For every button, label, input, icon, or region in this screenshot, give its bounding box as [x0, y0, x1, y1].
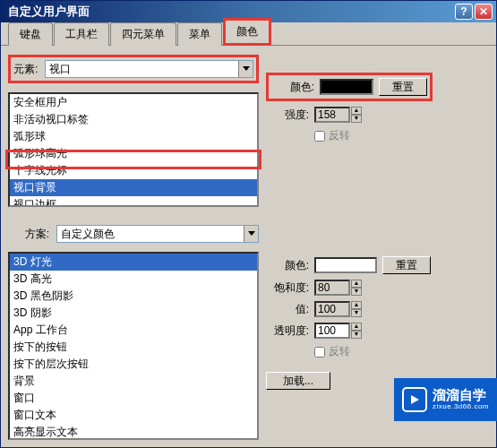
- brand-watermark: 溜溜自学 zixue.3d66.com: [394, 378, 497, 421]
- list-item[interactable]: 3D 阴影: [10, 305, 257, 322]
- element-combo-dropdown[interactable]: [238, 61, 253, 77]
- list-item[interactable]: 高亮显示文本: [10, 424, 257, 440]
- saturation-input[interactable]: [314, 280, 350, 296]
- scheme-combo[interactable]: [56, 225, 259, 243]
- svg-marker-1: [248, 231, 255, 236]
- list-item[interactable]: 窗口文本: [10, 407, 257, 424]
- list-item[interactable]: 窗口: [10, 390, 257, 407]
- invert-checkbox-2[interactable]: 反转: [314, 344, 350, 359]
- titlebar-buttons: ? ✕: [455, 4, 493, 20]
- transparency-row: 透明度: ▲ ▼: [266, 323, 489, 339]
- spin-down[interactable]: ▼: [351, 309, 362, 317]
- scheme-combo-input[interactable]: [57, 228, 244, 240]
- help-button[interactable]: ?: [455, 4, 473, 20]
- value-input[interactable]: [314, 301, 350, 317]
- list-item[interactable]: 安全框用户: [10, 94, 257, 111]
- intensity-input[interactable]: [314, 107, 350, 123]
- chevron-down-icon: [248, 231, 255, 237]
- brand-sub: zixue.3d66.com: [433, 403, 489, 411]
- reset-button-1[interactable]: 重置: [379, 78, 427, 96]
- element-row: 元素:: [13, 60, 253, 78]
- intensity-row: 强度: ▲ ▼: [266, 107, 489, 123]
- close-button[interactable]: ✕: [475, 4, 493, 20]
- color-swatch-1[interactable]: [320, 79, 373, 95]
- element-combo-input[interactable]: [46, 63, 238, 75]
- tab-colors[interactable]: 颜色: [223, 18, 271, 46]
- color-panel-1: 颜色: 重置 强度: ▲ ▼: [266, 73, 489, 149]
- intensity-label: 强度:: [266, 108, 309, 123]
- element-combo-highlight: 元素:: [8, 55, 259, 83]
- scheme-row: 方案:: [8, 225, 259, 243]
- list-item[interactable]: 弧形球高光: [10, 145, 257, 162]
- color-label: 颜色:: [271, 80, 314, 95]
- tab-menu[interactable]: 菜单: [177, 22, 222, 46]
- spin-up[interactable]: ▲: [351, 301, 362, 309]
- tab-quadmenu[interactable]: 四元菜单: [110, 22, 176, 46]
- list-item[interactable]: 十字线光标: [10, 162, 257, 179]
- value-label: 值:: [266, 302, 309, 317]
- intensity-spinner: ▲ ▼: [314, 107, 362, 123]
- play-icon: [402, 387, 427, 412]
- color-panel-2: 颜色: 重置 饱和度: ▲ ▼ 值:: [266, 256, 489, 395]
- color-label-2: 颜色:: [266, 258, 309, 273]
- color-swatch-2[interactable]: [314, 257, 377, 273]
- transparency-spinner: ▲ ▼: [314, 323, 362, 339]
- value-row: 值: ▲ ▼: [266, 301, 489, 317]
- transparency-input[interactable]: [314, 323, 350, 339]
- invert-row-2: 反转: [266, 344, 489, 359]
- list-item[interactable]: 弧形球: [10, 128, 257, 145]
- color-row-1: 颜色: 重置: [271, 78, 427, 96]
- list-item[interactable]: 非活动视口标签: [10, 111, 257, 128]
- brand-name: 溜溜自学: [433, 388, 489, 403]
- invert-label-1: 反转: [329, 128, 350, 143]
- color-reset-highlight: 颜色: 重置: [266, 73, 433, 101]
- list-item[interactable]: 按下的层次按钮: [10, 356, 257, 373]
- list-item-selected[interactable]: 视口背景: [10, 179, 257, 196]
- list-item[interactable]: 3D 黑色阴影: [10, 288, 257, 305]
- scheme-label: 方案:: [8, 227, 53, 242]
- tab-keyboard[interactable]: 键盘: [8, 22, 53, 46]
- invert-check-input-1[interactable]: [314, 131, 325, 142]
- svg-marker-2: [411, 395, 419, 404]
- spin-down[interactable]: ▼: [351, 288, 362, 296]
- element-listbox[interactable]: 安全框用户 非活动视口标签 弧形球 弧形球高光 十字线光标 视口背景 视口边框 …: [8, 92, 259, 207]
- invert-label-2: 反转: [329, 344, 350, 359]
- spin-buttons: ▲ ▼: [351, 107, 362, 123]
- list-item[interactable]: 按下的按钮: [10, 339, 257, 356]
- element-list-wrapper: 安全框用户 非活动视口标签 弧形球 弧形球高光 十字线光标 视口背景 视口边框 …: [8, 92, 259, 207]
- color-row-2: 颜色: 重置: [266, 256, 489, 274]
- left-column: 元素: 安全框用户 非活动视口标签 弧形球 弧形球高光 十字线光标: [8, 55, 259, 440]
- tab-toolbar[interactable]: 工具栏: [54, 22, 109, 46]
- value-spinner: ▲ ▼: [314, 301, 362, 317]
- saturation-row: 饱和度: ▲ ▼: [266, 280, 489, 296]
- list-item-selected[interactable]: 3D 灯光: [10, 254, 257, 271]
- element-combo[interactable]: [45, 60, 253, 78]
- spin-down[interactable]: ▼: [351, 115, 362, 123]
- chevron-down-icon: [243, 66, 250, 72]
- list-item[interactable]: 视口边框: [10, 196, 257, 207]
- list-item[interactable]: 3D 高光: [10, 271, 257, 288]
- spin-up[interactable]: ▲: [351, 107, 362, 115]
- svg-marker-0: [243, 66, 250, 71]
- reset-button-2[interactable]: 重置: [382, 256, 431, 274]
- saturation-label: 饱和度:: [266, 280, 309, 296]
- tab-strip: 键盘 工具栏 四元菜单 菜单 颜色: [1, 22, 496, 46]
- invert-row-1: 反转: [266, 128, 489, 143]
- scheme-combo-dropdown[interactable]: [244, 226, 258, 242]
- invert-checkbox-1[interactable]: 反转: [314, 128, 350, 143]
- list-item[interactable]: App 工作台: [10, 322, 257, 339]
- load-button[interactable]: 加载...: [266, 372, 330, 390]
- scheme-listbox[interactable]: 3D 灯光 3D 高光 3D 黑色阴影 3D 阴影 App 工作台 按下的按钮 …: [8, 252, 259, 440]
- transparency-label: 透明度:: [266, 323, 309, 339]
- spin-up[interactable]: ▲: [351, 323, 362, 331]
- saturation-spinner: ▲ ▼: [314, 280, 362, 296]
- spin-down[interactable]: ▼: [351, 331, 362, 339]
- invert-check-input-2[interactable]: [314, 347, 325, 358]
- spin-up[interactable]: ▲: [351, 280, 362, 288]
- element-label: 元素:: [13, 62, 41, 77]
- list-item[interactable]: 背景: [10, 373, 257, 390]
